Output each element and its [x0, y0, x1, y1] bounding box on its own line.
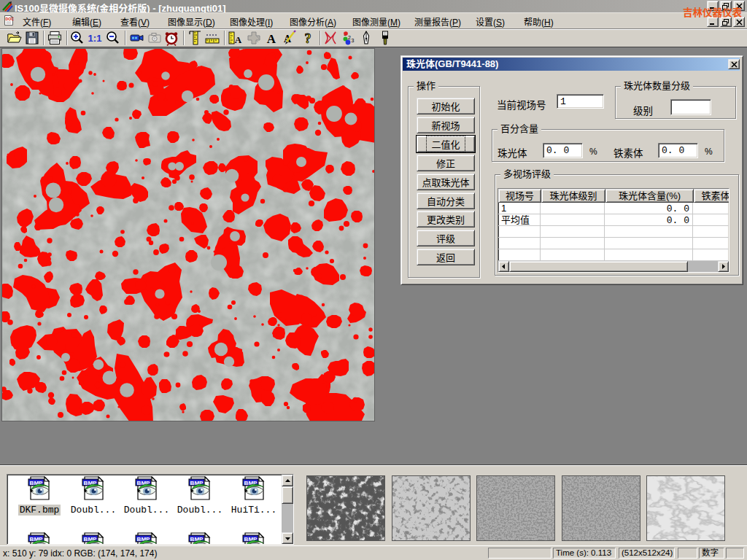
svg-text:3: 3	[352, 38, 355, 43]
svg-text:1:1: 1:1	[88, 33, 102, 44]
svg-text:A: A	[235, 34, 242, 45]
svg-text:2: 2	[348, 35, 351, 40]
svg-text:A: A	[267, 32, 276, 46]
svg-text:0. 0: 0. 0	[667, 215, 689, 226]
svg-text:1: 1	[501, 203, 506, 214]
svg-text:0. 0: 0. 0	[667, 203, 689, 214]
svg-text:平均值: 平均值	[501, 214, 530, 225]
svg-text:?: ?	[305, 31, 311, 46]
svg-text:DOC: DOC	[5, 17, 14, 21]
